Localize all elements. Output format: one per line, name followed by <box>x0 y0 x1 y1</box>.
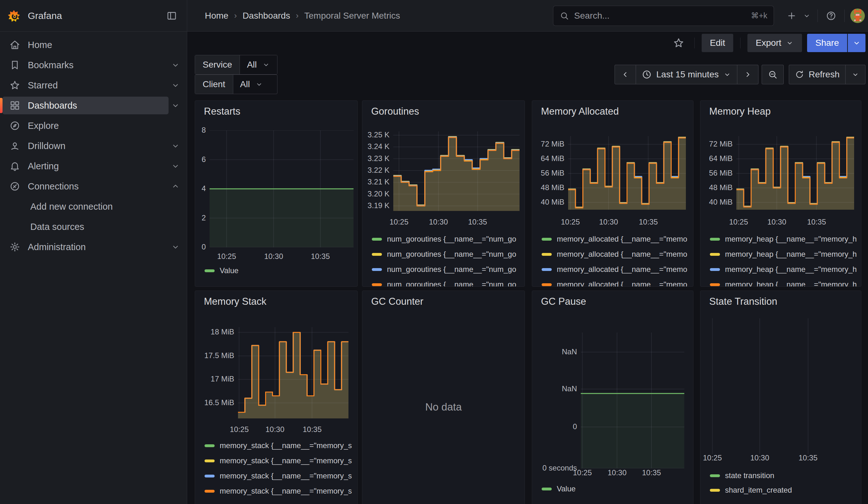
legend-item[interactable]: Value <box>541 481 691 496</box>
sidebar-alerting-toggle[interactable] <box>168 159 183 173</box>
sidebar-drilldown-toggle[interactable] <box>168 139 183 153</box>
sidebar-link-starred[interactable]: Starred <box>2 76 168 94</box>
panel-title[interactable]: Memory Stack <box>204 296 266 307</box>
sidebar-link-explore[interactable]: Explore <box>2 117 187 134</box>
legend-item[interactable]: num_goroutines {__name__="num_go <box>372 247 523 262</box>
legend-label: memory_stack {__name__="memory_s <box>220 487 352 495</box>
chart-canvas[interactable] <box>581 332 684 468</box>
sidebar-item-label: Administration <box>28 242 86 252</box>
sidebar-link-connections[interactable]: Connections <box>2 177 168 195</box>
legend-item[interactable]: shard_item_created <box>710 483 859 497</box>
y-axis-label: 3.24 K <box>362 142 390 151</box>
help-icon[interactable] <box>822 7 840 25</box>
legend-swatch <box>372 268 382 271</box>
sidebar-bookmarks-toggle[interactable] <box>168 58 183 72</box>
panel-title[interactable]: GC Counter <box>371 296 423 307</box>
sidebar-item-dashboards: Dashboards <box>0 95 187 116</box>
legend-label: num_goroutines {__name__="num_go <box>387 280 516 287</box>
sidebar-connections-toggle[interactable] <box>168 179 183 193</box>
chevron-down-icon <box>803 12 811 20</box>
x-axis-label: 10:35 <box>794 218 839 226</box>
panel-title[interactable]: Memory Allocated <box>541 106 619 117</box>
x-axis-label: 10:25 <box>205 252 249 261</box>
y-axis-label: 16.5 MiB <box>195 398 234 407</box>
panel-title[interactable]: Goroutines <box>371 106 419 117</box>
bookmark-icon <box>9 60 20 70</box>
legend-item[interactable]: memory_stack {__name__="memory_s <box>205 453 355 468</box>
sidebar-link-bookmarks[interactable]: Bookmarks <box>2 56 168 74</box>
sidebar-link-administration[interactable]: Administration <box>2 238 168 256</box>
sidebar-dashboards-toggle[interactable] <box>168 99 183 112</box>
sidebar-item-label: Explore <box>28 121 59 131</box>
panel-title[interactable]: Restarts <box>204 106 240 117</box>
profile-avatar[interactable] <box>850 9 865 23</box>
search-shortcut: ⌘+k <box>751 11 767 20</box>
y-axis-label: 3.20 K <box>362 189 390 198</box>
sidebar-link-dashboards[interactable]: Dashboards <box>2 96 168 114</box>
breadcrumb-home[interactable]: Home <box>205 11 228 21</box>
chevron-down-icon <box>171 161 180 171</box>
legend-item[interactable]: memory_allocated {__name__="memo <box>541 277 691 287</box>
chart-canvas[interactable] <box>238 327 349 419</box>
sidebar-link-add-new-connection[interactable]: Add new connection <box>2 198 187 215</box>
sidebar-starred-toggle[interactable] <box>168 78 183 92</box>
legend-item[interactable]: num_goroutines {__name__="num_go <box>372 277 523 287</box>
chart-canvas[interactable] <box>736 136 854 210</box>
y-axis-label: 17.5 MiB <box>195 351 234 360</box>
panel-title[interactable]: GC Pause <box>541 296 586 307</box>
dock-menu-icon[interactable] <box>163 7 180 25</box>
no-data-message: No data <box>362 401 525 413</box>
panel-title[interactable]: State Transition <box>709 296 777 307</box>
sidebar-link-data-sources[interactable]: Data sources <box>2 218 187 236</box>
grafana-logo <box>7 9 21 23</box>
panel-title[interactable]: Memory Heap <box>709 106 771 117</box>
chart-canvas[interactable] <box>568 136 686 210</box>
legend-label: num_goroutines {__name__="num_go <box>387 250 516 259</box>
y-axis-label: 8 <box>195 126 206 134</box>
legend-item[interactable]: num_goroutines {__name__="num_go <box>372 232 523 247</box>
y-axis-label: 72 MiB <box>700 140 733 148</box>
legend-item[interactable]: state transition <box>710 468 859 483</box>
sidebar-link-home[interactable]: Home <box>2 36 187 54</box>
sidebar-administration-toggle[interactable] <box>168 240 183 254</box>
sidebar-link-drilldown[interactable]: Drilldown <box>2 137 168 155</box>
legend-item[interactable]: memory_allocated {__name__="memo <box>541 247 691 262</box>
legend-swatch <box>541 487 552 491</box>
legend-item[interactable]: num_goroutines {__name__="num_go <box>372 262 523 277</box>
chart-canvas[interactable] <box>209 131 353 247</box>
legend-item[interactable]: memory_heap {__name__="memory_h <box>710 262 859 277</box>
legend-item[interactable]: memory_heap {__name__="memory_h <box>710 232 859 247</box>
legend-swatch <box>710 283 720 286</box>
legend-label: memory_allocated {__name__="memo <box>557 265 687 274</box>
chart-canvas[interactable] <box>707 318 859 454</box>
collapse-icon <box>166 10 177 21</box>
new-button[interactable] <box>783 7 800 25</box>
sidebar: HomeBookmarksStarredDashboardsExploreDri… <box>0 32 187 504</box>
new-chevron-icon[interactable] <box>800 7 813 25</box>
chevron-down-icon <box>171 60 180 70</box>
chevron-down-icon <box>171 242 180 252</box>
chevron-up-icon <box>171 182 180 191</box>
legend-item[interactable]: memory_stack {__name__="memory_s <box>205 483 355 498</box>
legend-swatch <box>710 238 720 240</box>
legend-item[interactable]: memory_stack {__name__="memory_s <box>205 438 355 453</box>
breadcrumb-dashboards[interactable]: Dashboards <box>242 11 290 21</box>
legend-item[interactable]: memory_stack {__name__="memory_s <box>205 468 355 483</box>
nav-divider <box>844 10 845 22</box>
legend-label: shard_item_created <box>725 486 792 495</box>
legend-item[interactable]: Value <box>205 263 355 278</box>
legend-item[interactable]: memory_heap {__name__="memory_h <box>710 277 859 287</box>
top-nav: Grafana Home › Dashboards › Temporal Ser… <box>0 0 868 32</box>
legend-item[interactable]: memory_heap {__name__="memory_h <box>710 247 859 262</box>
legend: num_goroutines {__name__="num_gonum_goro… <box>372 232 523 287</box>
dashboard-page: Edit Export Share ServiceAllClientAll La… <box>187 32 868 504</box>
legend-item[interactable]: memory_allocated {__name__="memo <box>541 232 691 247</box>
y-axis-label: 56 MiB <box>532 169 564 177</box>
search-input[interactable]: Search... ⌘+k <box>553 6 774 26</box>
legend-swatch <box>541 253 552 256</box>
chart-canvas[interactable] <box>393 131 519 211</box>
search-placeholder: Search... <box>574 11 751 21</box>
sidebar-link-alerting[interactable]: Alerting <box>2 157 168 175</box>
legend-item[interactable]: memory_allocated {__name__="memo <box>541 262 691 277</box>
legend: memory_allocated {__name__="memomemory_a… <box>541 232 691 287</box>
